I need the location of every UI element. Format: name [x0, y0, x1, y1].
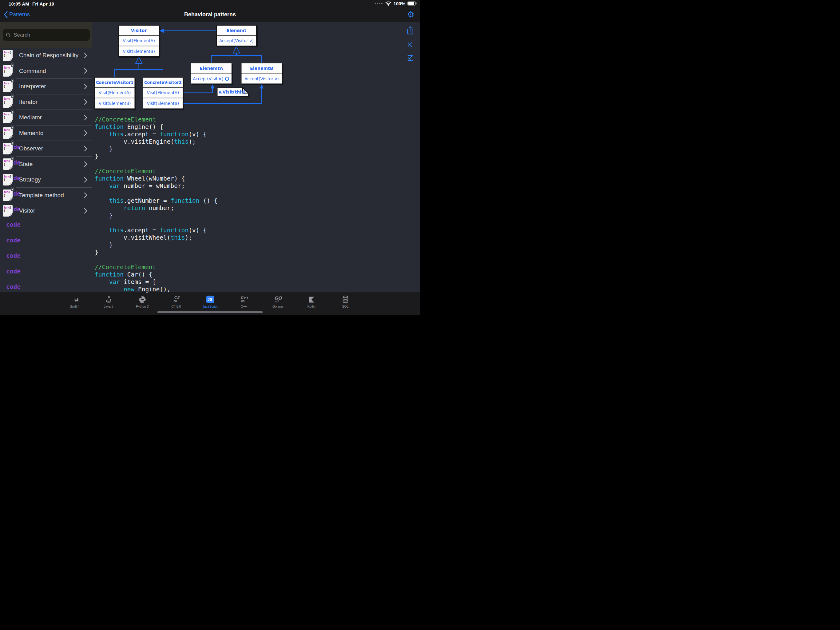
arrowhead-to-elementa: [211, 84, 214, 89]
sidebar-item-label: Memento: [19, 130, 84, 136]
app-screen: 10:05 AMFri Apr 19 100% Patterns Be: [0, 0, 420, 315]
svg-text:ConcreteVisitor2: ConcreteVisitor2: [144, 80, 182, 85]
code-line: //ConcreteElement: [95, 116, 217, 123]
main-content: Visitor Visit(ElementA) Visit(ElementB) …: [92, 22, 420, 293]
hollow-triangle-visitor: [136, 57, 142, 63]
share-icon[interactable]: [406, 26, 414, 35]
sidebar-item-label: State: [19, 161, 84, 168]
sidebar-item-label: Iterator: [19, 99, 84, 106]
status-time: 10:05 AM: [9, 1, 29, 6]
tab-label: Python 3: [136, 304, 148, 308]
arrowhead-to-elementb: [260, 84, 264, 89]
golang-icon: GO: [273, 295, 282, 304]
lock-icon: [11, 111, 14, 114]
csharp-icon: C#∞: [172, 295, 180, 304]
search-field[interactable]: [3, 29, 90, 41]
arrowhead-to-visitor: [159, 28, 164, 33]
tab-python-3[interactable]: Python 3: [125, 293, 159, 308]
search-input[interactable]: [13, 32, 87, 38]
chevron-right-icon: [84, 68, 87, 74]
java-icon: [105, 295, 112, 304]
home-indicator[interactable]: [158, 311, 263, 313]
func-code-doc-icon: func{code}: [3, 205, 13, 217]
func-code-doc-icon: func{code}: [3, 50, 13, 61]
collapse-icon[interactable]: [407, 54, 414, 62]
tab-c-5-0[interactable]: C#∞C# 5.0: [159, 293, 193, 308]
func-code-doc-icon: funccode}: [3, 81, 13, 92]
skip-to-start-icon[interactable]: [407, 41, 414, 48]
code-line: //ConcreteElement: [95, 168, 217, 175]
func-code-doc-icon: func{code}: [3, 174, 13, 185]
svg-text:Visit(ElementB): Visit(ElementB): [123, 49, 155, 54]
tab-java-8[interactable]: Java 8: [92, 293, 125, 308]
hollow-triangle-element: [234, 46, 240, 53]
tab-golang[interactable]: GOGolang: [261, 293, 295, 308]
code-line: this.getNumber = function () {: [95, 197, 217, 204]
svg-text:Accept(Visitor v): Accept(Visitor v): [219, 38, 253, 43]
lollipop-icon: [225, 77, 229, 81]
sidebar-item-label: Command: [19, 68, 84, 74]
code-line: [95, 160, 217, 168]
code-line: }: [95, 146, 217, 153]
chevron-right-icon: [84, 84, 87, 90]
element-inheritance-lines: [212, 53, 262, 63]
sidebar-item-observer[interactable]: funccode}Observer: [0, 141, 92, 157]
sidebar-item-iterator[interactable]: funccode}Iterator: [0, 95, 92, 110]
sidebar-item-state[interactable]: funccode}State: [0, 157, 92, 172]
tab-label: Golang: [272, 304, 283, 308]
tab-label: Kotlin: [308, 304, 316, 308]
func-code-doc-icon: funccode}: [3, 190, 13, 201]
code-line: function Car() {: [95, 271, 217, 279]
javascript-icon: JS: [206, 295, 214, 304]
lock-icon: [11, 95, 14, 98]
sidebar-item-chain-of-responsibility[interactable]: func{code}Chain of Responsibility: [0, 47, 92, 63]
swift-icon: [71, 295, 79, 304]
sidebar-item-interpreter[interactable]: funccode}Interpreter: [0, 79, 92, 95]
cellular-dots-icon: [374, 2, 383, 4]
code-block: //ConcreteElementfunction Engine() { thi…: [95, 116, 217, 293]
tab-c[interactable]: C++∞C++: [227, 293, 261, 308]
sidebar-item-label: Visitor: [19, 207, 84, 214]
sidebar-item-label: Observer: [19, 145, 84, 152]
lock-icon: [11, 80, 14, 82]
tab-label: JavaScript: [202, 304, 217, 308]
sidebar-item-memento[interactable]: funccode}Memento: [0, 125, 92, 141]
sidebar-item-mediator[interactable]: funccode}Mediator: [0, 110, 92, 125]
func-code-doc-icon: funccode}: [3, 158, 13, 170]
status-time-date: 10:05 AMFri Apr 19: [9, 1, 54, 6]
code-line: var items = [: [95, 279, 217, 286]
svg-text:ElenemtB: ElenemtB: [250, 66, 273, 71]
sidebar-item-template-method[interactable]: funccode}Template method: [0, 188, 92, 203]
battery-icon: [407, 1, 416, 6]
svg-text:∞: ∞: [241, 298, 245, 304]
tab-swift-4[interactable]: Swift 4: [58, 293, 92, 308]
top-bar: 10:05 AMFri Apr 19 100% Patterns Be: [0, 0, 420, 22]
tab-javascript[interactable]: JSJavaScript: [193, 293, 227, 308]
tab-sql[interactable]: SQL: [328, 293, 362, 308]
uml-class-concrete-visitor2: ConcreteVisitor2 Visit(ElementA) Visit(E…: [143, 78, 183, 109]
sidebar-item-label: Chain of Responsibility: [19, 52, 84, 59]
lock-icon: [11, 64, 14, 67]
gear-icon[interactable]: ⚙: [407, 7, 414, 22]
svg-text:Visit(ElementA): Visit(ElementA): [99, 90, 131, 95]
language-tab-bar: Swift 4Java 8Python 3C#∞C# 5.0JSJavaScri…: [0, 293, 420, 315]
sql-icon: [342, 295, 349, 304]
tab-kotlin[interactable]: Kotlin: [295, 293, 328, 308]
sidebar-item-command[interactable]: funccode}Command: [0, 63, 92, 79]
svg-text:Elenemt: Elenemt: [227, 28, 246, 33]
code-line: }: [95, 153, 217, 160]
code-line: function Wheel(wNumber) {: [95, 175, 217, 182]
chevron-right-icon: [84, 192, 87, 198]
func-code-doc-icon: funccode}: [3, 96, 13, 108]
sidebar-item-strategy[interactable]: func{code}Strategy: [0, 172, 92, 188]
code-line: v.visitWheel(this);: [95, 234, 217, 242]
chevron-right-icon: [84, 161, 87, 167]
sidebar-item-visitor[interactable]: func{code}Visitor: [0, 203, 92, 219]
func-code-doc-icon: funccode}: [3, 143, 13, 154]
tab-label: Swift 4: [70, 304, 80, 308]
chevron-right-icon: [84, 52, 87, 59]
status-bar: 10:05 AMFri Apr 19 100%: [0, 0, 420, 7]
tab-label: SQL: [342, 304, 348, 308]
svg-text:ConcreteVisitor1: ConcreteVisitor1: [96, 80, 133, 85]
uml-class-element-b: ElenemtB Accept(Visitor v): [242, 63, 282, 84]
